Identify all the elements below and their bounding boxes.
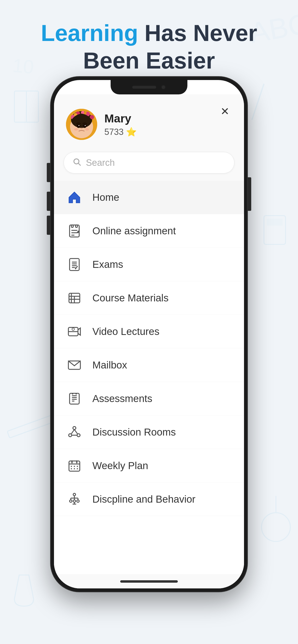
notch-camera — [161, 85, 166, 90]
assess-icon — [66, 390, 83, 407]
svg-point-58 — [73, 426, 76, 430]
svg-point-28 — [85, 128, 89, 130]
star-count: 5733 — [104, 127, 126, 137]
svg-rect-51 — [70, 393, 79, 404]
menu-label-mailbox: Mailbox — [92, 360, 127, 371]
svg-marker-5 — [249, 118, 254, 122]
profile-stars: 5733 ⭐ — [104, 127, 137, 137]
svg-rect-6 — [264, 216, 285, 244]
menu-label-weekly-plan: Weekly Plan — [92, 460, 148, 472]
phone-mockup: ✕ — [51, 77, 247, 592]
svg-line-4 — [252, 84, 264, 120]
menu-item-home[interactable]: Home — [54, 181, 244, 214]
materials-icon — [66, 290, 83, 306]
assignment-icon — [66, 222, 83, 239]
menu-label-discussion-rooms: Discussion Rooms — [92, 426, 176, 438]
svg-line-30 — [78, 163, 80, 165]
close-button[interactable]: ✕ — [218, 104, 232, 118]
profile-name: Mary — [104, 112, 137, 125]
svg-point-59 — [69, 434, 72, 437]
svg-point-60 — [77, 434, 80, 437]
star-icon: ⭐ — [126, 127, 137, 137]
search-icon — [72, 158, 81, 168]
mail-icon — [66, 357, 83, 374]
header-highlight: Learning — [41, 20, 138, 46]
svg-rect-8 — [7, 415, 55, 438]
exam-icon — [66, 256, 83, 273]
svg-point-74 — [73, 493, 76, 496]
phone-outer: ✕ — [51, 77, 247, 592]
menu-item-discussion-rooms[interactable]: Discussion Rooms — [54, 416, 244, 449]
discuss-icon — [66, 424, 83, 440]
svg-rect-33 — [76, 225, 77, 227]
menu-item-discipline[interactable]: Discpline and Behavior — [54, 482, 244, 516]
menu-item-exams[interactable]: Exams — [54, 248, 244, 281]
svg-point-21 — [84, 112, 87, 114]
svg-line-61 — [72, 429, 75, 434]
svg-point-22 — [77, 124, 80, 128]
menu-label-course-materials: Course Materials — [92, 292, 169, 304]
menu-label-assignment: Online assignment — [92, 225, 176, 237]
menu-item-course-materials[interactable]: Course Materials — [54, 281, 244, 315]
menu-label-assessments: Assessments — [92, 393, 152, 404]
svg-point-80 — [70, 500, 72, 502]
phone-inner: ✕ — [54, 80, 244, 588]
notch-speaker — [132, 86, 156, 89]
svg-line-62 — [74, 429, 77, 434]
phone-notch — [111, 80, 187, 94]
menu-item-video-lectures[interactable]: Video Lectures — [54, 315, 244, 348]
svg-point-27 — [74, 128, 78, 130]
svg-point-24 — [78, 125, 79, 126]
profile-section: Mary 5733 ⭐ — [66, 109, 137, 140]
home-indicator — [120, 580, 178, 583]
svg-point-25 — [85, 125, 86, 126]
home-icon — [66, 189, 83, 206]
header-area: Learning Has NeverBeen Easier — [0, 19, 298, 74]
menu-list: Home — [54, 181, 244, 574]
svg-rect-2 — [14, 91, 38, 122]
svg-rect-32 — [72, 225, 73, 227]
menu-label-home: Home — [92, 192, 119, 203]
menu-item-weekly-plan[interactable]: Weekly Plan — [54, 449, 244, 482]
svg-point-68 — [71, 466, 72, 467]
svg-point-82 — [77, 500, 79, 502]
menu-label-video-lectures: Video Lectures — [92, 326, 159, 337]
svg-point-71 — [71, 468, 72, 469]
search-bar[interactable]: Search — [64, 152, 234, 174]
svg-point-70 — [77, 466, 78, 467]
phone-content: ✕ — [54, 94, 244, 588]
svg-point-48 — [72, 328, 74, 330]
avatar — [66, 109, 97, 140]
profile-info: Mary 5733 ⭐ — [104, 112, 137, 137]
menu-label-exams: Exams — [92, 259, 123, 270]
menu-item-mailbox[interactable]: Mailbox — [54, 348, 244, 382]
svg-point-9 — [261, 513, 290, 542]
svg-rect-37 — [70, 258, 79, 270]
svg-point-69 — [74, 466, 75, 467]
discipline-icon — [66, 491, 83, 508]
header-title: Learning Has NeverBeen Easier — [0, 19, 298, 74]
video-icon — [66, 323, 83, 340]
svg-rect-7 — [267, 218, 283, 226]
svg-point-73 — [77, 468, 78, 469]
search-placeholder: Search — [86, 158, 226, 168]
menu-label-discipline: Discpline and Behavior — [92, 494, 196, 505]
menu-item-online-assignment[interactable]: Online assignment — [54, 214, 244, 248]
svg-point-72 — [74, 468, 75, 469]
svg-point-23 — [83, 124, 86, 128]
svg-point-81 — [73, 500, 76, 502]
menu-item-assessments[interactable]: Assessments — [54, 382, 244, 416]
svg-point-26 — [81, 128, 83, 129]
calendar-icon — [66, 457, 83, 474]
